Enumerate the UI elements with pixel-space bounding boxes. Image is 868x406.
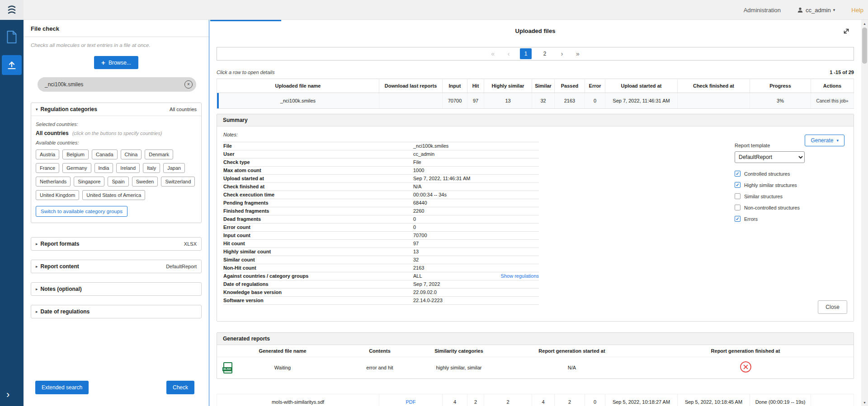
country-button-china[interactable]: China: [121, 149, 142, 159]
section-title: Report formats: [41, 241, 184, 247]
first-page-button[interactable]: «: [488, 50, 497, 58]
summary-key: Max atom count: [223, 167, 413, 174]
switch-category-groups-button[interactable]: Switch to available category groups: [36, 206, 127, 217]
caret-down-icon: ▾: [36, 107, 38, 112]
caret-down-icon: ▾: [836, 138, 839, 143]
summary-value: Sep 7, 2022, 11:46:31 AM: [413, 175, 539, 182]
summary-key: Hit count: [223, 240, 413, 247]
report-formats-header[interactable]: ▸ Report formats XLSX: [31, 238, 201, 250]
report-similarity-categories: highly similar, similar: [411, 357, 506, 378]
generated-reports-table: Generated file name Contents Similarity …: [217, 345, 854, 378]
scroll-down-button[interactable]: ▼: [861, 399, 868, 406]
page-button-2[interactable]: 2: [539, 48, 551, 59]
previous-page-button[interactable]: ‹: [505, 50, 513, 58]
report-template-block: Report template DefaultReport ✓ Controll…: [735, 143, 805, 222]
checkbox-box[interactable]: ✓: [735, 216, 741, 222]
close-icon: ×: [187, 82, 190, 87]
checkbox-label: Highly similar structures: [744, 182, 797, 188]
table-row-selected[interactable]: _nci100k.smiles 70700 97 13 32 2163 0 Se…: [217, 93, 854, 109]
summary-value: 97: [413, 240, 539, 247]
cell-check-finished: Sep 5, 2022, 10:18:45 AM: [678, 394, 750, 406]
scrollbar-thumb[interactable]: [862, 28, 867, 64]
country-button-united-kingdom[interactable]: United Kingdom: [36, 190, 79, 200]
country-button-germany[interactable]: Germany: [62, 163, 91, 173]
nav-item-product[interactable]: [3, 28, 21, 46]
checkbox-errors[interactable]: ✓ Errors: [735, 216, 805, 222]
last-page-button[interactable]: »: [573, 50, 582, 58]
generated-reports-panel: Generated reports Generated file name Co…: [217, 332, 854, 379]
clear-file-icon[interactable]: ×: [184, 80, 193, 89]
summary-key: Pending fragments: [223, 200, 413, 206]
country-button-denmark[interactable]: Denmark: [145, 149, 173, 159]
summary-panel-title: Summary: [217, 114, 854, 126]
summary-value: 00:00:34 -- 34s: [413, 191, 539, 198]
checkbox-box[interactable]: ✓: [735, 182, 741, 188]
notes-header[interactable]: ▸ Notes (optional): [31, 283, 201, 295]
next-page-button[interactable]: ›: [558, 50, 566, 58]
checkbox-box[interactable]: ✓: [735, 193, 741, 199]
country-button-singapore[interactable]: Singapore: [74, 177, 104, 187]
report-content-header[interactable]: ▸ Report content DefaultReport: [31, 260, 201, 273]
cell-passed: 2: [555, 394, 585, 406]
close-button[interactable]: Close: [818, 300, 847, 314]
cancel-report-button[interactable]: [740, 361, 752, 374]
country-button-japan[interactable]: Japan: [163, 163, 185, 173]
checkbox-label: Errors: [744, 216, 758, 222]
cancel-job-link[interactable]: Cancel this job»: [816, 98, 848, 103]
checkbox-similar-structures[interactable]: ✓ Similar structures: [735, 193, 805, 199]
country-button-netherlands[interactable]: Netherlands: [36, 177, 71, 187]
cancel-circle-icon: [740, 361, 752, 373]
col-passed: Passed: [555, 79, 585, 93]
regulation-categories-header[interactable]: ▾ Regulation categories All countries: [31, 103, 201, 116]
user-menu[interactable]: cc_admin ▾: [797, 7, 835, 14]
checkbox-highly-similar-structures[interactable]: ✓ Highly similar structures: [735, 182, 805, 188]
summary-value: 13: [413, 248, 539, 255]
country-button-austria[interactable]: Austria: [36, 149, 59, 159]
summary-detail-table: File_nci100k.smiles Usercc_admin Check t…: [223, 142, 539, 305]
section-summary: XLSX: [184, 241, 197, 247]
summary-value: 68440: [413, 200, 539, 206]
country-button-india[interactable]: India: [94, 163, 113, 173]
expand-sidebar-chevron[interactable]: ›: [6, 390, 9, 400]
scroll-up-button[interactable]: ▲: [861, 20, 868, 27]
country-button-switzerland[interactable]: Switzerland: [161, 177, 195, 187]
nav-rail: ›: [0, 20, 24, 406]
country-button-belgium[interactable]: Belgium: [62, 149, 89, 159]
extended-search-button[interactable]: Extended search: [35, 381, 89, 394]
pdf-download-link[interactable]: PDF: [406, 399, 416, 405]
vertical-scrollbar[interactable]: ▲ ▼: [861, 20, 868, 406]
summary-key: Knowledge base version: [223, 289, 413, 296]
checkbox-box[interactable]: ✓: [735, 171, 741, 177]
country-button-france[interactable]: France: [36, 163, 59, 173]
country-button-italy[interactable]: Italy: [143, 163, 160, 173]
country-button-sweden[interactable]: Sweden: [132, 177, 158, 187]
selected-countries-hint: (click on the buttons to specify countri…: [72, 131, 162, 136]
app-logo[interactable]: [0, 0, 24, 20]
summary-value: 22.14.0-2223: [413, 297, 539, 304]
check-button[interactable]: Check: [166, 381, 194, 394]
checkbox-box[interactable]: ✓: [735, 205, 741, 210]
browse-button[interactable]: + Browse...: [94, 56, 138, 69]
generate-button[interactable]: Generate ▾: [805, 135, 844, 146]
country-button-usa[interactable]: United States of America: [82, 190, 145, 200]
country-button-spain[interactable]: Spain: [108, 177, 128, 187]
country-button-canada[interactable]: Canada: [92, 149, 118, 159]
administration-menu[interactable]: Administration: [744, 7, 781, 14]
show-regulations-link[interactable]: Show regulations: [501, 273, 539, 280]
checkbox-non-controlled-structures[interactable]: ✓ Non-controlled structures: [735, 205, 805, 210]
chevron-down-icon: ▾: [833, 8, 835, 12]
col-contents: Contents: [348, 345, 411, 357]
summary-row-against-countries: Against countries / category groups ALL …: [223, 272, 539, 280]
country-button-ireland[interactable]: Ireland: [116, 163, 140, 173]
checkbox-controlled-structures[interactable]: ✓ Controlled structures: [735, 171, 805, 177]
page-button-1[interactable]: 1: [520, 48, 532, 59]
nav-item-file-check[interactable]: [2, 55, 22, 75]
report-template-select[interactable]: DefaultReport: [735, 151, 805, 163]
help-link[interactable]: Help: [851, 7, 863, 14]
selected-countries-label: Selected countries:: [36, 121, 197, 127]
report-generation-started: N/A: [506, 357, 637, 378]
date-of-regulations-header[interactable]: ▸ Date of regulations: [31, 305, 201, 318]
summary-row-max-atom-count: Max atom count1000: [223, 167, 539, 175]
expand-view-button[interactable]: [842, 27, 850, 37]
table-row[interactable]: mols-with-similaritys.sdf PDF 4 2 2 4 2 …: [217, 394, 854, 406]
